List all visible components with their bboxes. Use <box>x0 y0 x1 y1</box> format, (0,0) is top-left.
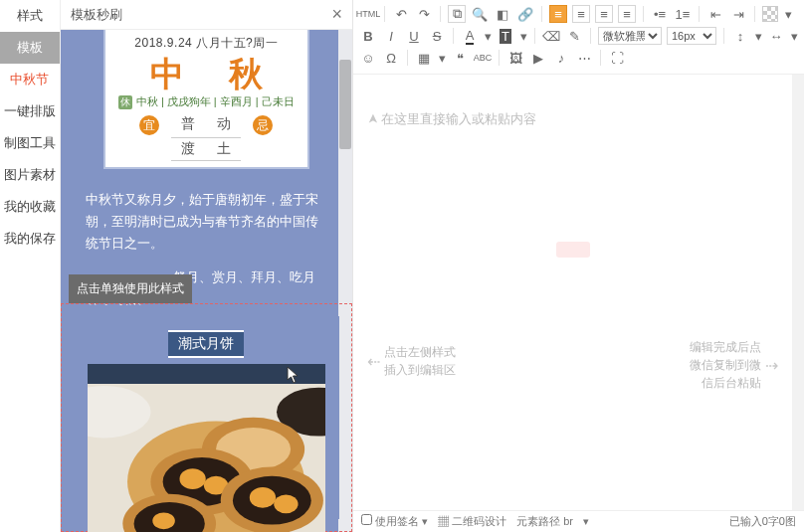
template-paragraph-1[interactable]: 中秋节又称月夕，始于唐朝初年，盛于宋朝，至明清时已成为与春节齐名的中国传统节日之… <box>76 169 337 255</box>
svg-point-12 <box>249 487 275 508</box>
template-header: 模板秒刷 × <box>61 0 352 30</box>
status-bar: 使用签名 ▾ ▦ 二维码设计 元素路径 br ▾ 已输入0字0图 <box>353 510 804 532</box>
video-icon[interactable]: ▶ <box>529 49 547 67</box>
symbol-icon[interactable]: Ω <box>382 49 400 67</box>
qrcode-link[interactable]: ▦ 二维码设计 <box>438 514 506 529</box>
mooncake-image <box>88 384 325 532</box>
left-sidebar: 样式 模板 中秋节 一键排版 制图工具 图片素材 我的收藏 我的保存 <box>0 0 61 532</box>
fontcolor-dropdown-icon[interactable]: ▾ <box>484 27 492 45</box>
color-swatch[interactable] <box>762 6 778 22</box>
word-count: 已输入0字0图 <box>729 514 796 529</box>
placeholder-arrow-icon: ➤ <box>365 113 380 124</box>
spacing-icon[interactable]: ↔ <box>767 27 785 45</box>
list-ol-icon[interactable]: 1≡ <box>674 5 692 23</box>
redo-icon[interactable]: ↷ <box>415 5 433 23</box>
more-icon[interactable]: ⋯ <box>575 49 593 67</box>
table-dropdown-icon[interactable]: ▾ <box>438 49 446 67</box>
color-dropdown-icon[interactable]: ▾ <box>783 5 793 23</box>
align-center-icon[interactable]: ≡ <box>572 5 590 23</box>
template-scrollbar-thumb[interactable] <box>339 60 351 149</box>
image-icon[interactable]: 🖼 <box>506 49 524 67</box>
copy-icon[interactable]: ⧉ <box>448 5 466 23</box>
sidebar-item-midautumn[interactable]: 中秋节 <box>0 64 60 95</box>
element-path: 元素路径 br <box>516 514 573 529</box>
calendar-card[interactable]: 2018.9.24 八月十五?周一 中 秋 休中秋 | 戊戌狗年 | 辛酉月 |… <box>103 30 309 169</box>
sidebar-item-favorites[interactable]: 我的收藏 <box>0 191 60 223</box>
spacing-dropdown-icon[interactable]: ▾ <box>790 27 798 45</box>
table-icon[interactable]: ▦ <box>415 49 433 67</box>
bgcolor-icon[interactable]: T <box>497 27 514 45</box>
align-justify-icon[interactable]: ≡ <box>618 5 636 23</box>
calendar-row-2: 渡 土 <box>115 140 298 158</box>
clear-format-icon[interactable]: ⌫ <box>542 27 560 45</box>
bgcolor-dropdown-icon[interactable]: ▾ <box>519 27 527 45</box>
rest-badge: 休 <box>118 95 132 109</box>
abc-icon[interactable]: ABC <box>474 49 492 67</box>
hint-right: 编辑完成后点微信复制到微信后台粘贴 ⇢ <box>690 338 778 392</box>
calendar-date: 2018.9.24 八月十五?周一 <box>115 35 298 52</box>
strike-icon[interactable]: S <box>428 27 446 45</box>
font-family-select[interactable]: 微软雅黑 <box>598 27 662 45</box>
audio-icon[interactable]: ♪ <box>552 49 570 67</box>
lineheight-dropdown-icon[interactable]: ▾ <box>754 27 762 45</box>
path-dropdown-icon[interactable]: ▾ <box>583 515 589 528</box>
sidebar-item-template[interactable]: 模板 <box>0 32 60 64</box>
sidebar-item-images[interactable]: 图片素材 <box>0 159 60 191</box>
calendar-title: 中 秋 <box>115 56 298 92</box>
arrow-right-icon: ⇢ <box>765 356 778 375</box>
editor-toolbar: HTML ↶ ↷ ⧉ 🔍 ◧ 🔗 ≡ ≡ ≡ ≡ •≡ 1≡ ⇤ ⇥ <box>353 0 804 75</box>
editor-canvas[interactable]: ➤在这里直接输入或粘贴内容 ⇠ 点击左侧样式插入到编辑区 编辑完成后点微信复制到… <box>353 75 792 510</box>
yi-badge: 宜 <box>139 115 159 135</box>
svg-point-16 <box>152 512 175 529</box>
template-title: 模板秒刷 <box>71 6 122 24</box>
list-ul-icon[interactable]: •≡ <box>651 5 669 23</box>
fontcolor-icon[interactable]: A <box>461 27 479 45</box>
hint-left: ⇠ 点击左侧样式插入到编辑区 <box>367 343 456 379</box>
calendar-subtitle: 休中秋 | 戊戌狗年 | 辛酉月 | 己未日 <box>115 94 298 109</box>
format-paint-icon[interactable]: ✎ <box>565 27 583 45</box>
mooncake-tag: 潮式月饼 <box>168 330 244 358</box>
italic-icon[interactable]: I <box>382 27 400 45</box>
editor-scrollbar[interactable] <box>792 75 804 510</box>
sidebar-item-saved[interactable]: 我的保存 <box>0 223 60 255</box>
indent-icon[interactable]: ⇥ <box>729 5 747 23</box>
sidebar-item-layout[interactable]: 一键排版 <box>0 95 60 127</box>
eraser-icon[interactable]: ◧ <box>494 5 511 23</box>
sidebar-item-style[interactable]: 样式 <box>0 0 60 32</box>
signature-toggle[interactable]: 使用签名 ▾ <box>361 514 428 529</box>
link-icon[interactable]: 🔗 <box>516 5 534 23</box>
bold-icon[interactable]: B <box>359 27 377 45</box>
quote-icon[interactable]: ❝ <box>451 49 469 67</box>
dark-bar <box>88 364 325 384</box>
highlight-blob <box>556 242 590 258</box>
template-panel: 模板秒刷 × 2018.9.24 八月十五?周一 中 秋 休中秋 | 戊戌狗年 … <box>61 0 353 532</box>
editor-placeholder: ➤在这里直接输入或粘贴内容 <box>367 110 778 128</box>
arrow-left-icon: ⇠ <box>367 352 380 371</box>
align-right-icon[interactable]: ≡ <box>595 5 613 23</box>
svg-point-8 <box>179 468 205 489</box>
editor-area: HTML ↶ ↷ ⧉ 🔍 ◧ 🔗 ≡ ≡ ≡ ≡ •≡ 1≡ ⇤ ⇥ <box>353 0 804 532</box>
search-icon[interactable]: 🔍 <box>471 5 489 23</box>
font-size-select[interactable]: 16px <box>667 27 716 45</box>
fullscreen-icon[interactable]: ⛶ <box>608 49 626 67</box>
outdent-icon[interactable]: ⇤ <box>706 5 724 23</box>
close-icon[interactable]: × <box>331 4 342 25</box>
svg-point-13 <box>274 495 298 514</box>
use-style-tooltip: 点击单独使用此样式 <box>69 274 192 303</box>
align-left-icon[interactable]: ≡ <box>549 5 567 23</box>
template-selected-block[interactable]: 潮式月饼 <box>61 303 352 532</box>
ji-badge: 忌 <box>253 115 273 135</box>
emoji-icon[interactable]: ☺ <box>359 49 377 67</box>
underline-icon[interactable]: U <box>405 27 423 45</box>
lineheight-icon[interactable]: ↕ <box>731 27 749 45</box>
html-button[interactable]: HTML <box>359 5 377 23</box>
undo-icon[interactable]: ↶ <box>392 5 410 23</box>
template-body: 2018.9.24 八月十五?周一 中 秋 休中秋 | 戊戌狗年 | 辛酉月 |… <box>61 30 352 532</box>
calendar-row-1: 宜 普 动 忌 <box>115 115 298 135</box>
sidebar-item-drawing[interactable]: 制图工具 <box>0 127 60 159</box>
